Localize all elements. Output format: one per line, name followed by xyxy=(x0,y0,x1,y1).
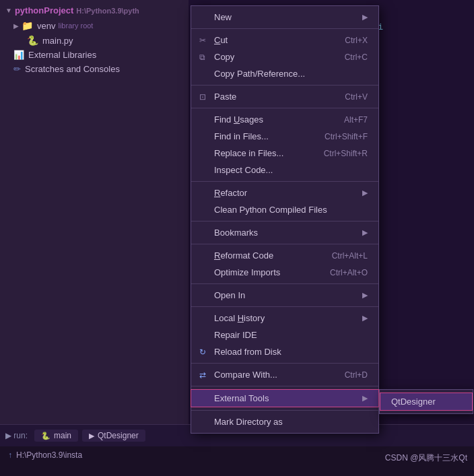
menu-item-open-in[interactable]: Open In ▶ xyxy=(191,287,378,304)
separator-9 xyxy=(191,363,378,364)
up-arrow-icon: ↑ xyxy=(8,450,12,460)
menu-item-cut[interactable]: ✂ Cut Ctrl+X xyxy=(191,32,378,48)
external-tools-text: External Tools xyxy=(214,393,269,403)
separator-4 xyxy=(191,181,378,182)
project-name: pythonProject xyxy=(15,5,73,15)
copy-shortcut: Ctrl+C xyxy=(345,53,368,62)
lib-icon: 📊 xyxy=(13,50,24,60)
find-in-files-shortcut: Ctrl+Shift+F xyxy=(325,132,368,141)
bookmarks-label: Bookmarks xyxy=(199,228,258,238)
compare-with-label: ⇄ Compare With... xyxy=(199,370,277,380)
menu-item-repair-ide[interactable]: Repair IDE xyxy=(191,327,378,343)
menu-item-compare-with[interactable]: ⇄ Compare With... Ctrl+D xyxy=(191,366,378,383)
bookmarks-arrow: ▶ xyxy=(362,228,368,237)
menu-item-external-tools[interactable]: External Tools ▶ QtDesigner xyxy=(191,389,379,407)
optimize-imports-label: Optimize Imports xyxy=(199,267,280,277)
refactor-label: Refactor xyxy=(199,188,247,198)
run-label: ▶ run: xyxy=(5,431,28,440)
paste-icon: ⊡ xyxy=(199,92,210,102)
qtdesigner-label: QtDesigner xyxy=(391,397,436,407)
new-label: New xyxy=(199,12,232,22)
submenu-item-qtdesigner[interactable]: QtDesigner xyxy=(380,393,473,411)
separator-11 xyxy=(191,410,378,411)
copy-label: ⧉ Copy xyxy=(199,52,234,62)
find-usages-shortcut: Alt+F7 xyxy=(344,115,368,125)
bottom-path: H:\Python3.9\insta xyxy=(16,450,82,460)
sidebar: ▼ pythonProject H:\Python3.9\pyth ▶ 📁 ve… xyxy=(0,0,189,476)
menu-item-copy[interactable]: ⧉ Copy Ctrl+C xyxy=(191,48,378,65)
menu-item-bookmarks[interactable]: Bookmarks ▶ xyxy=(191,224,378,241)
sidebar-item-scratches[interactable]: ✏ Scratches and Consoles xyxy=(0,62,189,76)
cut-icon: ✂ xyxy=(199,36,210,45)
menu-item-refactor[interactable]: Refactor ▶ xyxy=(191,184,378,201)
main-tab-label: main xyxy=(54,431,71,440)
main-tab-icon: 🐍 xyxy=(41,432,50,440)
compare-with-icon: ⇄ xyxy=(199,370,210,380)
project-header: ▼ pythonProject H:\Python3.9\pyth xyxy=(0,3,189,18)
bottom-tab-qtdesigner[interactable]: ▶ QtDesigner xyxy=(82,430,145,442)
new-arrow: ▶ xyxy=(362,13,368,22)
separator-6 xyxy=(191,244,378,244)
menu-item-new[interactable]: New ▶ xyxy=(191,9,378,26)
separator-1 xyxy=(191,28,378,29)
ext-libs-label: External Libraries xyxy=(28,50,96,60)
bottom-content: ↑ H:\Python3.9\insta CSDN @风腾十三水Qt xyxy=(0,446,474,464)
repair-ide-label: Repair IDE xyxy=(199,330,257,340)
copy-path-label: Copy Path/Reference... xyxy=(199,69,305,79)
external-tools-arrow: ▶ xyxy=(362,394,368,403)
local-history-arrow: ▶ xyxy=(362,314,368,322)
find-in-files-label: Find in Files... xyxy=(199,131,269,141)
scratches-label: Scratches and Consoles xyxy=(25,64,120,74)
venv-label: venv xyxy=(37,21,55,31)
venv-sublabel: library root xyxy=(58,22,93,30)
menu-item-inspect-code[interactable]: Inspect Code... xyxy=(191,162,378,178)
separator-5 xyxy=(191,221,378,222)
bottom-right-info: CSDN @风腾十三水Qt xyxy=(385,452,467,464)
cut-shortcut: Ctrl+X xyxy=(345,36,368,45)
separator-10 xyxy=(191,386,378,386)
clean-compiled-label: Clean Python Compiled Files xyxy=(199,205,327,215)
scratches-icon: ✏ xyxy=(13,64,21,74)
external-tools-label: External Tools xyxy=(199,393,269,403)
replace-in-files-shortcut: Ctrl+Shift+R xyxy=(324,149,368,158)
menu-item-replace-in-files[interactable]: Replace in Files... Ctrl+Shift+R xyxy=(191,145,378,162)
menu-item-reload-disk[interactable]: ↻ Reload from Disk xyxy=(191,343,378,360)
bottom-tab-main[interactable]: 🐍 main xyxy=(34,430,78,442)
find-usages-label: Find Usages xyxy=(199,114,263,125)
qtdesigner-tab-icon: ▶ xyxy=(89,432,94,440)
local-history-label: Local History xyxy=(199,313,265,323)
reload-disk-label: ↻ Reload from Disk xyxy=(199,347,281,357)
external-tools-submenu: QtDesigner xyxy=(379,389,473,414)
open-in-label: Open In xyxy=(199,290,245,300)
paste-shortcut: Ctrl+V xyxy=(345,92,368,102)
paste-label: ⊡ Paste xyxy=(199,92,236,102)
menu-item-clean-compiled[interactable]: Clean Python Compiled Files xyxy=(191,201,378,218)
separator-7 xyxy=(191,283,378,284)
separator-8 xyxy=(191,306,378,307)
sidebar-item-venv[interactable]: ▶ 📁 venv library root xyxy=(0,18,189,33)
menu-item-reformat-code[interactable]: Reformat Code Ctrl+Alt+L xyxy=(191,247,378,264)
reformat-code-shortcut: Ctrl+Alt+L xyxy=(332,251,368,261)
compare-with-shortcut: Ctrl+D xyxy=(345,370,368,380)
menu-item-find-in-files[interactable]: Find in Files... Ctrl+Shift+F xyxy=(191,128,378,145)
reformat-code-label: Reformat Code xyxy=(199,250,273,261)
project-path: H:\Python3.9\pyth xyxy=(76,7,139,15)
replace-in-files-label: Replace in Files... xyxy=(199,148,283,158)
menu-item-optimize-imports[interactable]: Optimize Imports Ctrl+Alt+O xyxy=(191,264,378,281)
folder-icon: 📁 xyxy=(22,20,33,31)
sidebar-item-mainpy[interactable]: 🐍 main.py xyxy=(0,33,189,48)
optimize-imports-shortcut: Ctrl+Alt+O xyxy=(330,268,368,277)
sidebar-item-ext-libs[interactable]: 📊 External Libraries xyxy=(0,48,189,62)
menu-item-paste[interactable]: ⊡ Paste Ctrl+V xyxy=(191,88,378,105)
separator-2 xyxy=(191,85,378,86)
menu-item-find-usages[interactable]: Find Usages Alt+F7 xyxy=(191,111,378,128)
inspect-code-label: Inspect Code... xyxy=(199,165,273,175)
menu-item-local-history[interactable]: Local History ▶ xyxy=(191,310,378,327)
python-file-icon: 🐍 xyxy=(27,35,38,46)
refactor-arrow: ▶ xyxy=(362,189,368,197)
venv-arrow-icon: ▶ xyxy=(13,22,19,30)
mark-directory-label: Mark Directory as xyxy=(199,417,283,427)
reload-disk-icon: ↻ xyxy=(199,347,210,357)
menu-item-mark-directory[interactable]: Mark Directory as xyxy=(191,413,378,430)
menu-item-copy-path[interactable]: Copy Path/Reference... xyxy=(191,65,378,82)
